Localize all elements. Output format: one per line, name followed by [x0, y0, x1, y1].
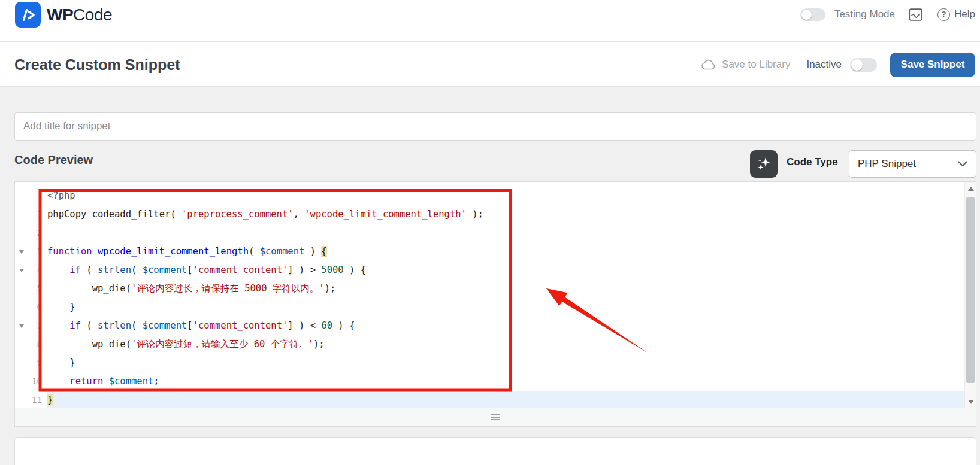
- line-number: 9: [15, 354, 47, 372]
- line-gutter: 7: [15, 317, 47, 335]
- save-to-library-label: Save to Library: [722, 59, 790, 71]
- snippet-title-input[interactable]: [14, 112, 976, 141]
- code-line-text[interactable]: wp_die('评论内容过短，请输入至少 60 个字符。');: [47, 335, 964, 354]
- fold-arrow-icon[interactable]: [19, 269, 24, 272]
- code-line[interactable]: 2: [15, 224, 964, 242]
- topbar-actions: Testing Mode ? Help: [800, 0, 975, 29]
- line-gutter: 11: [15, 391, 47, 408]
- code-line-text[interactable]: if ( strlen( $comment['comment_content']…: [47, 261, 964, 279]
- code-line[interactable]: 8 wp_die('评论内容过短，请输入至少 60 个字符。');: [15, 335, 964, 354]
- ai-generate-button[interactable]: [750, 150, 778, 178]
- line-number: 8: [15, 335, 47, 354]
- code-line[interactable]: 6 }: [15, 298, 964, 317]
- line-gutter: 6: [15, 298, 47, 317]
- help-button[interactable]: ? Help: [937, 8, 975, 21]
- testing-mode-label: Testing Mode: [834, 8, 895, 20]
- editor-resize-handle[interactable]: [15, 408, 976, 426]
- line-gutter: 5: [15, 279, 47, 298]
- line-gutter: 4: [15, 261, 47, 279]
- line-number: 2: [15, 224, 47, 242]
- status-label: Inactive: [806, 59, 842, 71]
- code-line-text[interactable]: phpCopy codeadd_filter( 'preprocess_comm…: [47, 205, 964, 224]
- ai-sparkles-icon: [756, 156, 772, 172]
- topbar: WPCode Testing Mode ? Help: [0, 0, 980, 42]
- code-line[interactable]: <?php: [15, 187, 964, 205]
- scroll-up-icon[interactable]: [965, 183, 976, 194]
- wpcode-logo-icon: [15, 2, 41, 28]
- code-line[interactable]: 9 }: [15, 354, 964, 372]
- notifications-icon[interactable]: [909, 8, 922, 21]
- line-gutter: 3: [15, 242, 47, 261]
- wpcode-app: WPCode Testing Mode ? Help Create Custom…: [0, 0, 980, 465]
- testing-mode-toggle[interactable]: [800, 8, 825, 21]
- status-toggle[interactable]: [850, 58, 877, 72]
- toggle-knob: [801, 10, 812, 20]
- code-editor[interactable]: <?php1phpCopy codeadd_filter( 'preproces…: [14, 181, 976, 427]
- code-line-text[interactable]: wp_die('评论内容过长，请保持在 5000 字符以内。');: [47, 279, 964, 298]
- cloud-icon: [701, 59, 716, 70]
- code-editor-lines[interactable]: <?php1phpCopy codeadd_filter( 'preproces…: [15, 182, 964, 408]
- code-line[interactable]: 4 if ( strlen( $comment['comment_content…: [15, 261, 964, 279]
- code-line[interactable]: 11}: [15, 391, 964, 408]
- code-line[interactable]: 7 if ( strlen( $comment['comment_content…: [15, 317, 964, 335]
- line-gutter: 9: [15, 354, 47, 372]
- scroll-down-icon[interactable]: [965, 396, 976, 407]
- code-line[interactable]: 5 wp_die('评论内容过长，请保持在 5000 字符以内。');: [15, 279, 964, 298]
- save-snippet-button[interactable]: Save Snippet: [890, 53, 975, 77]
- page-header-actions: Save to Library Inactive Save Snippet: [701, 42, 975, 87]
- code-type-label: Code Type: [787, 156, 838, 168]
- code-line-text[interactable]: <?php: [47, 187, 964, 205]
- code-line-text[interactable]: }: [47, 391, 964, 408]
- code-line-text[interactable]: return $comment;: [47, 372, 964, 391]
- line-number: 1: [15, 205, 47, 224]
- code-line[interactable]: 10 return $comment;: [15, 372, 964, 391]
- line-gutter: 1: [15, 205, 47, 224]
- line-gutter: 10: [15, 372, 47, 391]
- code-line-text[interactable]: [47, 224, 964, 242]
- code-line-text[interactable]: }: [47, 354, 964, 372]
- code-line-text[interactable]: if ( strlen( $comment['comment_content']…: [47, 317, 964, 335]
- fold-arrow-icon[interactable]: [19, 250, 24, 254]
- line-number: 6: [15, 298, 47, 317]
- editor-vertical-scrollbar[interactable]: [964, 182, 976, 408]
- fold-arrow-icon[interactable]: [19, 324, 24, 328]
- line-number: 11: [15, 391, 47, 408]
- line-gutter: 8: [15, 335, 47, 354]
- line-number: 10: [15, 372, 47, 391]
- line-gutter: 2: [15, 224, 47, 242]
- code-line-text[interactable]: }: [47, 298, 964, 317]
- help-label: Help: [954, 8, 975, 20]
- resize-handle-icon: [491, 417, 500, 418]
- line-gutter: [15, 187, 47, 205]
- code-line[interactable]: 1phpCopy codeadd_filter( 'preprocess_com…: [15, 205, 964, 224]
- code-type-value: PHP Snippet: [858, 158, 916, 170]
- code-line[interactable]: 3function wpcode_limit_comment_length( $…: [15, 242, 964, 261]
- code-type-select[interactable]: PHP Snippet: [849, 150, 976, 178]
- wpcode-logo: WPCode: [15, 2, 112, 28]
- toggle-knob: [851, 59, 863, 71]
- insertion-panel: [14, 437, 976, 465]
- brand-text: WPCode: [47, 5, 112, 25]
- page-title: Create Custom Snippet: [14, 56, 180, 73]
- save-to-library-button[interactable]: Save to Library: [701, 59, 790, 71]
- help-icon: ?: [937, 8, 950, 21]
- page-header: Create Custom Snippet Save to Library In…: [0, 42, 980, 87]
- code-line-text[interactable]: function wpcode_limit_comment_length( $c…: [47, 242, 964, 261]
- scrollbar-thumb[interactable]: [966, 197, 975, 383]
- line-number: 5: [15, 279, 47, 298]
- chevron-down-icon: [958, 158, 967, 170]
- code-preview-heading: Code Preview: [14, 153, 93, 167]
